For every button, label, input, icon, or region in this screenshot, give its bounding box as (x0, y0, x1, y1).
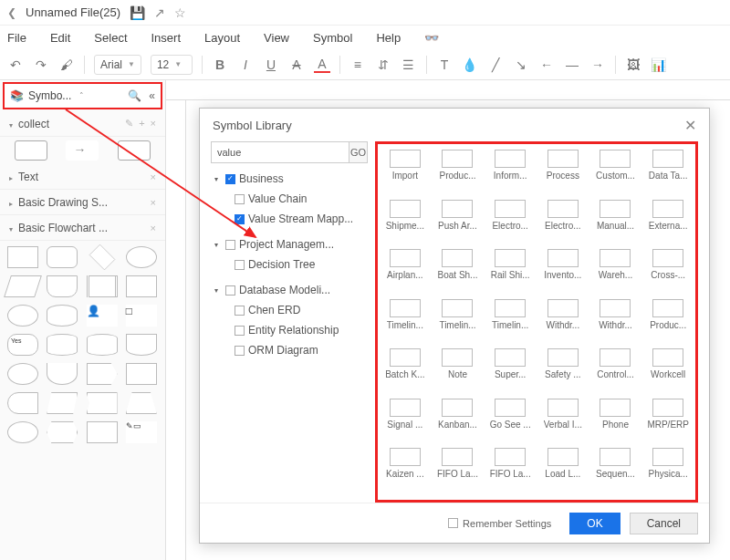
symbol-item[interactable]: Verbal I... (539, 399, 587, 445)
symbol-item[interactable]: Airplan... (381, 249, 429, 296)
shape[interactable] (47, 275, 78, 297)
symbol-panel-header[interactable]: 📚Symbo...˄ 🔍« (3, 82, 162, 109)
shape[interactable] (126, 392, 157, 414)
symbol-item[interactable]: Produc... (434, 150, 482, 196)
shape[interactable]: ✎▭ (126, 421, 157, 443)
symbol-item[interactable]: Wareh... (592, 249, 640, 296)
shape[interactable] (126, 246, 157, 268)
shape[interactable]: □ (126, 305, 157, 327)
symbol-item[interactable]: Electro... (539, 200, 587, 246)
shape[interactable] (7, 363, 38, 385)
symbol-item[interactable]: Withdr... (592, 299, 640, 346)
line-icon[interactable]: ╱ (487, 57, 504, 73)
arrow-end-icon[interactable]: → (589, 57, 606, 73)
symbol-item[interactable]: Boat Sh... (434, 249, 482, 296)
menu-insert[interactable]: Insert (151, 31, 182, 45)
ok-button[interactable]: OK (569, 513, 620, 534)
shape[interactable] (89, 244, 115, 271)
shape[interactable] (47, 392, 78, 414)
fill-icon[interactable]: 💧 (462, 57, 478, 73)
menu-help[interactable]: Help (376, 31, 401, 45)
shape[interactable] (7, 246, 38, 268)
strike-icon[interactable]: A (288, 57, 305, 73)
menu-file[interactable]: File (7, 31, 26, 45)
underline-icon[interactable]: U (263, 57, 279, 73)
tree-value-chain[interactable]: Value Chain (211, 189, 368, 209)
glasses-icon[interactable]: 👓 (424, 31, 439, 45)
symbol-item[interactable]: Rail Shi... (486, 249, 534, 296)
symbol-item[interactable]: Batch K... (381, 348, 429, 395)
symbol-item[interactable]: MRP/ERP (644, 399, 692, 445)
shape[interactable] (87, 421, 118, 443)
shape[interactable] (47, 305, 78, 327)
tree-database[interactable]: ▾Database Modeli... (211, 280, 368, 300)
shape[interactable] (47, 421, 78, 443)
collapse-icon[interactable]: « (149, 89, 155, 102)
shape[interactable] (87, 392, 118, 414)
format-paint-icon[interactable]: 🖌 (58, 57, 75, 73)
shape[interactable] (7, 305, 38, 327)
symbol-item[interactable]: Sequen... (592, 448, 640, 494)
symbol-item[interactable]: Note (434, 348, 482, 395)
tree-orm[interactable]: ORM Diagram (211, 340, 368, 360)
tree-business[interactable]: ▾Business (211, 169, 368, 189)
shape-rect2[interactable] (118, 140, 151, 161)
symbol-item[interactable]: Timelin... (486, 299, 534, 346)
symbol-item[interactable]: Timelin... (434, 299, 482, 346)
back-icon[interactable]: ❮ (7, 6, 16, 19)
tree-chen[interactable]: Chen ERD (211, 300, 368, 320)
shape[interactable] (87, 334, 118, 356)
bold-icon[interactable]: B (212, 57, 228, 73)
undo-icon[interactable]: ↶ (7, 57, 24, 73)
text-color-icon[interactable]: A (314, 57, 330, 73)
symbol-item[interactable]: Physica... (644, 448, 692, 494)
shape[interactable] (47, 363, 78, 385)
shape[interactable] (47, 246, 78, 268)
bullets-icon[interactable]: ☰ (401, 57, 417, 73)
symbol-item[interactable]: Data Ta... (644, 150, 692, 196)
redo-icon[interactable]: ↷ (33, 57, 49, 73)
symbol-item[interactable]: Load L... (539, 448, 587, 494)
symbol-item[interactable]: Workcell (644, 348, 692, 395)
symbol-item[interactable]: Go See ... (486, 399, 534, 445)
shape[interactable]: Yes (7, 334, 38, 356)
symbol-item[interactable]: FIFO La... (486, 448, 534, 494)
symbol-item[interactable]: Kanban... (434, 399, 482, 445)
close-icon[interactable]: ✕ (684, 117, 696, 134)
symbol-item[interactable]: Control... (592, 348, 640, 395)
line-style-icon[interactable]: — (564, 57, 580, 73)
section-text[interactable]: ▸Text× (0, 164, 165, 190)
shape-arrow[interactable] (66, 140, 99, 161)
symbol-item[interactable]: Process (539, 150, 587, 196)
search-go-button[interactable]: GO (349, 141, 368, 163)
symbol-item[interactable]: FIFO La... (434, 448, 482, 494)
section-basic-flowchart[interactable]: ▾Basic Flowchart ...× (0, 215, 165, 241)
symbol-item[interactable]: Cross-... (644, 249, 692, 296)
symbol-item[interactable]: Kaizen ... (381, 448, 429, 494)
image-icon[interactable]: 🖼 (625, 57, 641, 73)
shape[interactable] (126, 275, 157, 297)
menu-layout[interactable]: Layout (204, 31, 240, 45)
shape[interactable] (4, 275, 42, 297)
symbol-item[interactable]: Import (381, 150, 429, 196)
symbol-item[interactable]: Withdr... (539, 299, 587, 346)
save-icon[interactable]: 💾 (130, 5, 145, 20)
symbol-item[interactable]: Manual... (592, 200, 640, 246)
section-basic-drawing[interactable]: ▸Basic Drawing S...× (0, 190, 165, 215)
symbol-item[interactable]: Timelin... (381, 299, 429, 346)
font-family-select[interactable]: Arial▼ (94, 55, 141, 75)
font-size-select[interactable]: 12▼ (151, 55, 193, 75)
shape[interactable]: 👤 (87, 305, 118, 327)
menu-select[interactable]: Select (94, 31, 127, 45)
shape[interactable] (87, 275, 118, 297)
cancel-button[interactable]: Cancel (630, 513, 698, 534)
arrow-start-icon[interactable]: ← (538, 57, 555, 73)
chart-icon[interactable]: 📊 (651, 57, 667, 73)
edit-icon[interactable]: ✎ (125, 118, 133, 130)
menu-edit[interactable]: Edit (50, 31, 70, 45)
shape[interactable] (47, 334, 78, 356)
symbol-item[interactable]: Produc... (644, 299, 692, 346)
spacing-icon[interactable]: ⇵ (375, 57, 391, 73)
tree-er[interactable]: Entity Relationship (211, 320, 368, 340)
symbol-item[interactable]: Shipme... (381, 200, 429, 246)
